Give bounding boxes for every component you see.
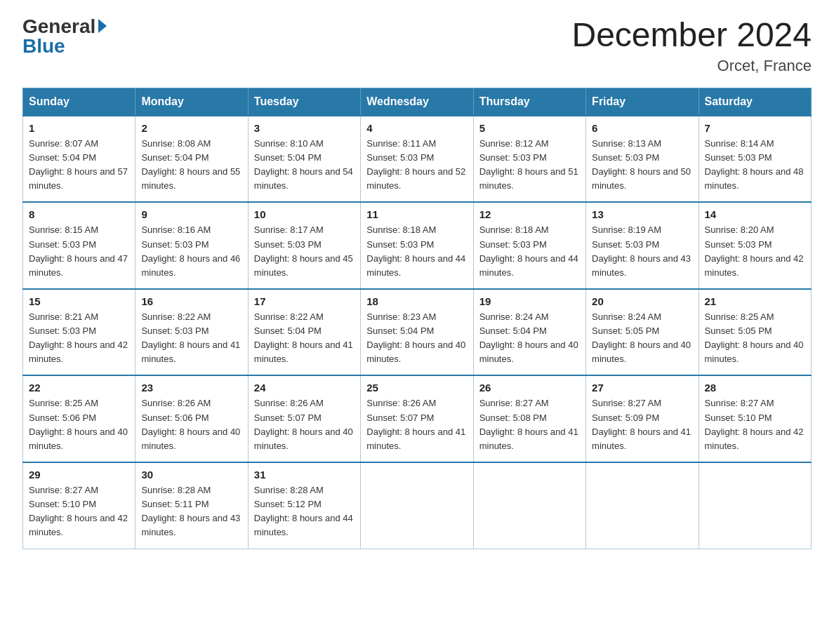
header-day-saturday: Saturday [699, 88, 811, 116]
header-day-thursday: Thursday [473, 88, 585, 116]
day-info: Sunrise: 8:24 AMSunset: 5:04 PMDaylight:… [479, 311, 578, 364]
day-info: Sunrise: 8:17 AMSunset: 5:03 PMDaylight:… [254, 224, 353, 277]
calendar-cell: 17 Sunrise: 8:22 AMSunset: 5:04 PMDaylig… [248, 289, 360, 376]
day-info: Sunrise: 8:10 AMSunset: 5:04 PMDaylight:… [254, 138, 353, 191]
day-number: 11 [366, 208, 467, 220]
calendar-cell: 28 Sunrise: 8:27 AMSunset: 5:10 PMDaylig… [699, 375, 811, 462]
day-number: 27 [592, 382, 692, 394]
day-number: 31 [254, 469, 355, 481]
day-info: Sunrise: 8:18 AMSunset: 5:03 PMDaylight:… [479, 224, 578, 277]
logo-blue: Blue [22, 36, 65, 56]
day-info: Sunrise: 8:12 AMSunset: 5:03 PMDaylight:… [479, 138, 578, 191]
day-number: 9 [141, 208, 241, 220]
day-number: 10 [254, 208, 355, 220]
calendar-cell: 8 Sunrise: 8:15 AMSunset: 5:03 PMDayligh… [23, 202, 135, 289]
day-info: Sunrise: 8:26 AMSunset: 5:07 PMDaylight:… [254, 398, 353, 450]
calendar-cell: 9 Sunrise: 8:16 AMSunset: 5:03 PMDayligh… [135, 202, 248, 289]
calendar-cell: 18 Sunrise: 8:23 AMSunset: 5:04 PMDaylig… [361, 289, 473, 376]
calendar-cell: 3 Sunrise: 8:10 AMSunset: 5:04 PMDayligh… [248, 116, 360, 203]
calendar-cell: 21 Sunrise: 8:25 AMSunset: 5:05 PMDaylig… [699, 289, 811, 376]
week-row-5: 29 Sunrise: 8:27 AMSunset: 5:10 PMDaylig… [23, 462, 812, 549]
day-number: 2 [141, 122, 241, 134]
calendar-cell: 23 Sunrise: 8:26 AMSunset: 5:06 PMDaylig… [135, 375, 248, 462]
day-number: 8 [29, 208, 129, 220]
day-number: 15 [29, 295, 129, 307]
day-number: 17 [254, 295, 355, 307]
calendar-cell: 31 Sunrise: 8:28 AMSunset: 5:12 PMDaylig… [248, 462, 360, 549]
day-number: 6 [592, 122, 692, 134]
day-number: 20 [592, 295, 692, 307]
calendar-cell: 16 Sunrise: 8:22 AMSunset: 5:03 PMDaylig… [135, 289, 248, 376]
calendar-cell: 20 Sunrise: 8:24 AMSunset: 5:05 PMDaylig… [586, 289, 699, 376]
day-info: Sunrise: 8:14 AMSunset: 5:03 PMDaylight:… [705, 138, 804, 191]
header-row: SundayMondayTuesdayWednesdayThursdayFrid… [23, 88, 812, 116]
day-info: Sunrise: 8:18 AMSunset: 5:03 PMDaylight:… [366, 224, 465, 277]
calendar-cell: 12 Sunrise: 8:18 AMSunset: 5:03 PMDaylig… [473, 202, 585, 289]
day-info: Sunrise: 8:22 AMSunset: 5:04 PMDaylight:… [254, 311, 353, 364]
calendar-cell: 1 Sunrise: 8:07 AMSunset: 5:04 PMDayligh… [23, 116, 135, 203]
day-info: Sunrise: 8:25 AMSunset: 5:05 PMDaylight:… [705, 311, 804, 364]
day-info: Sunrise: 8:07 AMSunset: 5:04 PMDaylight:… [29, 138, 128, 191]
calendar-cell: 29 Sunrise: 8:27 AMSunset: 5:10 PMDaylig… [23, 462, 135, 549]
calendar-title: December 2024 [571, 17, 812, 54]
calendar-cell: 24 Sunrise: 8:26 AMSunset: 5:07 PMDaylig… [248, 375, 360, 462]
day-number: 26 [479, 382, 580, 394]
week-row-3: 15 Sunrise: 8:21 AMSunset: 5:03 PMDaylig… [23, 289, 812, 376]
calendar-cell: 19 Sunrise: 8:24 AMSunset: 5:04 PMDaylig… [473, 289, 585, 376]
week-row-4: 22 Sunrise: 8:25 AMSunset: 5:06 PMDaylig… [23, 375, 812, 462]
header-day-friday: Friday [586, 88, 699, 116]
day-number: 14 [705, 208, 805, 220]
day-number: 1 [29, 122, 129, 134]
day-info: Sunrise: 8:11 AMSunset: 5:03 PMDaylight:… [366, 138, 465, 191]
day-number: 4 [366, 122, 467, 134]
day-info: Sunrise: 8:25 AMSunset: 5:06 PMDaylight:… [29, 398, 128, 450]
calendar-table: SundayMondayTuesdayWednesdayThursdayFrid… [22, 88, 812, 549]
day-info: Sunrise: 8:23 AMSunset: 5:04 PMDaylight:… [366, 311, 465, 364]
day-number: 13 [592, 208, 692, 220]
day-info: Sunrise: 8:27 AMSunset: 5:10 PMDaylight:… [705, 398, 804, 450]
day-info: Sunrise: 8:13 AMSunset: 5:03 PMDaylight:… [592, 138, 691, 191]
day-number: 22 [29, 382, 129, 394]
day-info: Sunrise: 8:20 AMSunset: 5:03 PMDaylight:… [705, 224, 804, 277]
day-number: 29 [29, 469, 129, 481]
calendar-subtitle: Orcet, France [571, 57, 812, 75]
day-info: Sunrise: 8:16 AMSunset: 5:03 PMDaylight:… [141, 224, 240, 277]
header-day-sunday: Sunday [23, 88, 135, 116]
day-info: Sunrise: 8:28 AMSunset: 5:11 PMDaylight:… [141, 485, 240, 537]
week-row-2: 8 Sunrise: 8:15 AMSunset: 5:03 PMDayligh… [23, 202, 812, 289]
header-day-tuesday: Tuesday [248, 88, 360, 116]
day-number: 19 [479, 295, 580, 307]
logo: General Blue [22, 17, 107, 56]
day-number: 3 [254, 122, 355, 134]
day-info: Sunrise: 8:27 AMSunset: 5:08 PMDaylight:… [479, 398, 578, 450]
calendar-cell: 25 Sunrise: 8:26 AMSunset: 5:07 PMDaylig… [361, 375, 473, 462]
day-number: 23 [141, 382, 241, 394]
day-number: 16 [141, 295, 241, 307]
calendar-cell: 30 Sunrise: 8:28 AMSunset: 5:11 PMDaylig… [135, 462, 248, 549]
day-number: 12 [479, 208, 580, 220]
calendar-cell [586, 462, 699, 549]
day-info: Sunrise: 8:15 AMSunset: 5:03 PMDaylight:… [29, 224, 128, 277]
header-day-monday: Monday [135, 88, 248, 116]
calendar-cell: 15 Sunrise: 8:21 AMSunset: 5:03 PMDaylig… [23, 289, 135, 376]
day-number: 28 [705, 382, 805, 394]
day-number: 24 [254, 382, 355, 394]
day-info: Sunrise: 8:22 AMSunset: 5:03 PMDaylight:… [141, 311, 240, 364]
day-info: Sunrise: 8:24 AMSunset: 5:05 PMDaylight:… [592, 311, 691, 364]
calendar-cell: 6 Sunrise: 8:13 AMSunset: 5:03 PMDayligh… [586, 116, 699, 203]
header-day-wednesday: Wednesday [361, 88, 473, 116]
calendar-cell: 27 Sunrise: 8:27 AMSunset: 5:09 PMDaylig… [586, 375, 699, 462]
calendar-cell: 22 Sunrise: 8:25 AMSunset: 5:06 PMDaylig… [23, 375, 135, 462]
day-number: 5 [479, 122, 580, 134]
day-info: Sunrise: 8:21 AMSunset: 5:03 PMDaylight:… [29, 311, 128, 364]
day-info: Sunrise: 8:26 AMSunset: 5:06 PMDaylight:… [141, 398, 240, 450]
title-section: December 2024 Orcet, France [571, 17, 812, 75]
day-info: Sunrise: 8:27 AMSunset: 5:10 PMDaylight:… [29, 485, 128, 537]
logo-general: General [22, 17, 95, 36]
calendar-cell: 4 Sunrise: 8:11 AMSunset: 5:03 PMDayligh… [361, 116, 473, 203]
calendar-cell: 2 Sunrise: 8:08 AMSunset: 5:04 PMDayligh… [135, 116, 248, 203]
day-info: Sunrise: 8:26 AMSunset: 5:07 PMDaylight:… [366, 398, 465, 450]
calendar-cell: 26 Sunrise: 8:27 AMSunset: 5:08 PMDaylig… [473, 375, 585, 462]
calendar-cell: 10 Sunrise: 8:17 AMSunset: 5:03 PMDaylig… [248, 202, 360, 289]
day-info: Sunrise: 8:19 AMSunset: 5:03 PMDaylight:… [592, 224, 691, 277]
